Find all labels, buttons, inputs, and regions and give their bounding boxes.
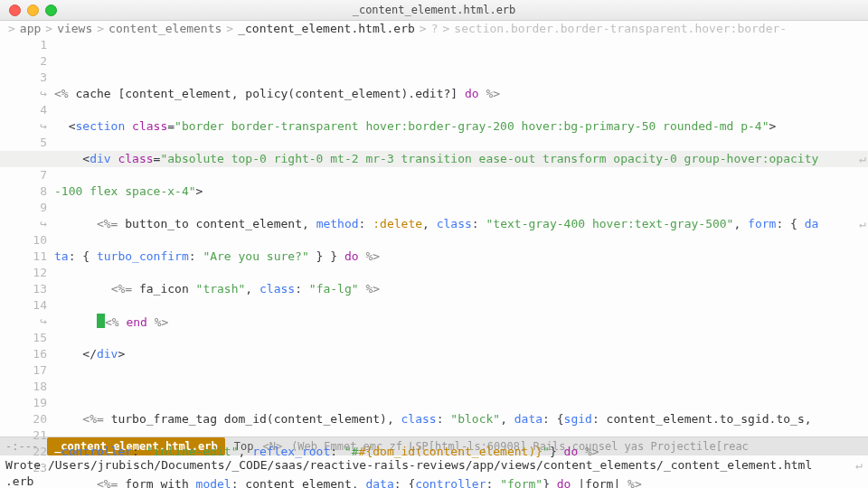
breadcrumb-item[interactable]: app: [20, 21, 41, 37]
chevron-icon: >: [8, 21, 15, 37]
window-title: _content_element.html.erb: [0, 2, 868, 18]
line-number-gutter: 1 2 3 ↪ 4 ↪ 5 6 7 8 9 ↪ 10 11 12 13 14 ↪…: [0, 37, 54, 436]
echo-message: .erb: [5, 474, 33, 488]
breadcrumb-item: ?: [431, 21, 439, 37]
zoom-icon[interactable]: [45, 5, 57, 16]
text-cursor: [97, 314, 105, 328]
traffic-lights: [0, 5, 57, 16]
minimize-icon[interactable]: [27, 5, 39, 16]
close-icon[interactable]: [9, 5, 21, 16]
breadcrumb-item[interactable]: content_elements: [108, 21, 222, 37]
code-area[interactable]: <% cache [content_element, policy(conten…: [54, 37, 868, 436]
breadcrumb: > app > views > content_elements > _cont…: [0, 21, 868, 37]
breadcrumb-item[interactable]: _content_element.html.erb: [238, 21, 415, 37]
editor[interactable]: 1 2 3 ↪ 4 ↪ 5 6 7 8 9 ↪ 10 11 12 13 14 ↪…: [0, 37, 868, 436]
window-titlebar: _content_element.html.erb: [0, 0, 868, 21]
breadcrumb-context: section.border.border-transparent.hover:…: [454, 21, 787, 37]
breadcrumb-item[interactable]: views: [57, 21, 92, 37]
